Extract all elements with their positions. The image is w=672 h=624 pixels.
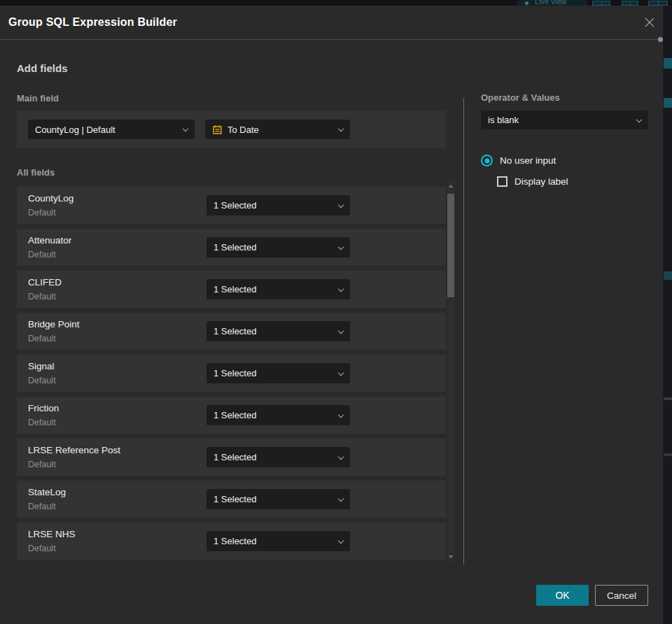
main-field-value: To Date [227,125,259,135]
field-name: CountyLog [28,193,74,204]
field-selection-dropdown[interactable]: 1 Selected [206,237,350,257]
selection-count: 1 Selected [214,242,256,253]
field-row-signal: Signal Default 1 Selected [17,355,446,392]
field-selection-dropdown[interactable]: 1 Selected [206,489,350,509]
background-fragment [664,98,672,108]
field-row-countylog: CountyLog Default 1 Selected [17,187,446,224]
field-row-attenuator: Attenuator Default 1 Selected [17,229,446,266]
field-subtitle: Default [28,334,56,343]
field-selection-dropdown[interactable]: 1 Selected [206,363,350,383]
field-name: Bridge Point [28,319,80,329]
chevron-down-icon [338,453,344,459]
panel-divider [463,98,464,565]
chevron-down-icon [338,495,344,501]
calendar-icon [212,125,223,135]
field-selection-dropdown[interactable]: 1 Selected [206,531,350,551]
chevron-down-icon [183,126,188,132]
field-subtitle: Default [28,250,56,260]
field-selection-dropdown[interactable]: 1 Selected [206,195,350,215]
background-toolbar-button [622,1,638,6]
chevron-down-icon [338,201,344,207]
field-selection-dropdown[interactable]: 1 Selected [206,447,350,467]
live-view-dot-icon [525,1,528,5]
selection-count: 1 Selected [214,494,256,504]
main-field-select[interactable]: CountyLog | Default [28,120,195,139]
scroll-up-icon[interactable] [449,185,453,187]
selection-count: 1 Selected [214,368,256,378]
header-divider [0,39,663,40]
field-subtitle: Default [28,208,56,218]
field-name: Friction [28,403,59,413]
field-name: CLIFED [28,277,62,288]
field-row-statelog: StateLog Default 1 Selected [17,481,446,518]
divider-end-dot [658,37,663,42]
field-subtitle: Default [28,418,56,427]
add-fields-heading: Add fields [17,62,68,74]
field-name: LRSE Reference Post [28,445,120,455]
field-subtitle: Default [28,544,56,553]
group-sql-expression-builder-dialog: Group SQL Expression Builder Add fields … [0,6,663,624]
selection-count: 1 Selected [214,410,256,420]
background-fragment [664,58,672,69]
selection-count: 1 Selected [214,200,256,211]
background-fragment [664,271,672,280]
field-name: LRSE NHS [28,529,76,539]
display-label-checkbox[interactable]: Display label [497,176,568,187]
background-fragment [664,453,672,456]
background-app-right-strip [663,6,672,624]
selection-count: 1 Selected [214,326,256,336]
field-row-friction: Friction Default 1 Selected [17,397,446,434]
close-icon[interactable] [642,15,657,30]
background-toolbar-button [592,1,610,6]
chevron-down-icon [338,537,344,543]
live-view-label: Live view [535,0,566,6]
main-field-value-select[interactable]: To Date [205,120,350,139]
field-name: Attenuator [28,235,71,246]
field-selection-dropdown[interactable]: 1 Selected [206,321,350,341]
chevron-down-icon [338,243,344,249]
all-fields-label: All fields [17,167,55,178]
background-toolbar-button [648,1,668,6]
field-row-lrse-nhs: LRSE NHS Default 1 Selected [17,523,446,560]
background-app-top-strip: Live view [0,0,672,6]
field-row-bridge-point: Bridge Point Default 1 Selected [17,313,446,350]
dialog-title: Group SQL Expression Builder [8,6,177,39]
field-name: Signal [28,361,55,371]
checkbox-unchecked-icon [497,176,507,187]
chevron-down-icon [338,285,344,291]
selection-count: 1 Selected [214,536,256,546]
field-subtitle: Default [28,502,56,511]
field-subtitle: Default [28,376,56,385]
operator-select-value: is blank [488,115,519,125]
selection-count: 1 Selected [214,452,256,462]
field-selection-dropdown[interactable]: 1 Selected [206,279,350,299]
background-fragment [664,397,672,400]
chevron-down-icon [338,327,344,333]
cancel-button[interactable]: Cancel [595,585,648,606]
field-row-lrse-reference-post: LRSE Reference Post Default 1 Selected [17,439,446,476]
operator-values-heading: Operator & Values [481,92,560,103]
operator-select[interactable]: is blank [481,111,648,129]
chevron-down-icon [338,411,344,417]
field-name: StateLog [28,487,66,497]
no-user-input-radio[interactable]: No user input [481,155,556,166]
field-row-clifed: CLIFED Default 1 Selected [17,271,446,308]
display-label-label: Display label [514,176,568,187]
main-field-label: Main field [17,93,59,104]
field-subtitle: Default [28,292,56,302]
ok-button[interactable]: OK [536,585,589,606]
scroll-down-icon[interactable] [449,555,453,558]
list-scrollbar-track[interactable] [447,180,454,562]
chevron-down-icon [636,116,642,122]
chevron-down-icon [338,126,344,132]
main-field-select-value: CountyLog | Default [35,125,115,135]
field-selection-dropdown[interactable]: 1 Selected [206,405,350,425]
field-subtitle: Default [28,460,56,469]
main-field-panel: CountyLog | Default To Date [17,111,446,148]
selection-count: 1 Selected [214,284,256,295]
radio-selected-icon [481,155,493,166]
list-scrollbar-thumb[interactable] [447,194,454,297]
no-user-input-label: No user input [500,155,556,166]
chevron-down-icon [338,369,344,375]
